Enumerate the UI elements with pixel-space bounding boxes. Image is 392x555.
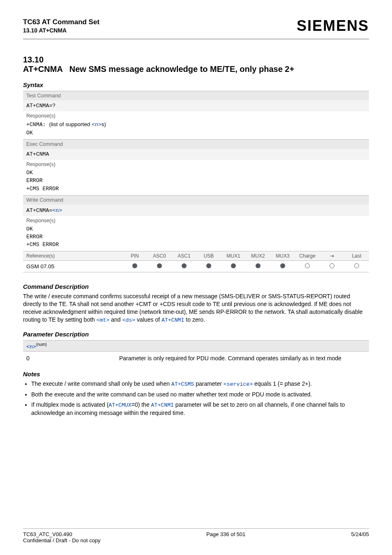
link-mt[interactable]: <mt> xyxy=(97,317,110,323)
link-at-cmux[interactable]: AT+CMUX xyxy=(108,402,131,408)
param-value: 0 xyxy=(23,352,116,365)
test-resp-text-a: (list of supported xyxy=(49,121,92,127)
exec-command-label: Exec Command xyxy=(23,140,369,149)
exec-resp-ok: OK xyxy=(26,170,33,176)
link-at-csms[interactable]: AT+CSMS xyxy=(171,381,194,387)
notes-heading: Notes xyxy=(23,371,369,378)
dot-usb xyxy=(196,261,221,272)
note-1: The execute / write command shall only b… xyxy=(31,380,369,388)
col-asc1: ASC1 xyxy=(172,251,196,261)
cmd-desc-1c: values of xyxy=(135,316,161,323)
link-service[interactable]: <service> xyxy=(224,381,253,387)
cmd-desc-1b: and xyxy=(109,316,122,323)
param-name-n[interactable]: <n> xyxy=(26,343,36,350)
write-command-label: Write Command xyxy=(23,195,369,205)
exec-resp-error: ERROR xyxy=(26,177,43,184)
dot-asc1 xyxy=(172,261,196,272)
exec-resp-cmserror: +CMS ERROR xyxy=(26,186,59,192)
col-mux2: MUX2 xyxy=(246,251,270,261)
command-description-heading: Command Description xyxy=(23,283,369,290)
param-desc: Parameter is only required for PDU mode.… xyxy=(116,352,369,365)
page-header: TC63 AT Command Set 13.10 AT+CNMA SIEMEN… xyxy=(23,17,369,35)
write-cmd-param-n[interactable]: <n> xyxy=(52,207,62,214)
syntax-heading: Syntax xyxy=(23,81,369,88)
note-1c: equals 1 (= phase 2+). xyxy=(253,380,312,387)
footer-left: TC63_ATC_V00.490 Confidential / Draft - … xyxy=(23,531,101,543)
note-3: If multiplex mode is activated (AT+CMUX=… xyxy=(31,401,369,417)
test-resp-text-b: s) xyxy=(101,121,106,127)
col-last: Last xyxy=(344,251,369,261)
references-label: Reference(s) xyxy=(23,251,122,261)
footer-divider xyxy=(23,528,369,529)
col-pin: PIN xyxy=(122,251,147,261)
header-divider xyxy=(23,39,369,39)
dot-last xyxy=(344,261,369,272)
col-arrow-icon: ➝ xyxy=(320,251,344,261)
col-usb: USB xyxy=(196,251,221,261)
col-charge: Charge xyxy=(295,251,320,261)
section-title-text: New SMS message acknowledge to ME/TE, on… xyxy=(69,64,294,74)
footer-doc-id: TC63_ATC_V00.490 xyxy=(23,531,101,537)
write-resp-error: ERROR xyxy=(26,234,43,240)
doc-title-block: TC63 AT Command Set 13.10 AT+CNMA xyxy=(23,18,99,34)
write-resp-cmserror: +CMS ERROR xyxy=(26,242,59,248)
section-number: 13.10 xyxy=(23,55,58,64)
col-mux1: MUX1 xyxy=(221,251,246,261)
param-header: <n>(num) xyxy=(23,340,369,352)
test-command-value: AT+CNMA=? xyxy=(23,100,369,111)
test-responses-label: Response(s) xyxy=(23,111,369,120)
col-asc0: ASC0 xyxy=(147,251,172,261)
param-type: (num) xyxy=(36,342,47,347)
note-1a: The execute / write command shall only b… xyxy=(31,380,171,387)
dot-mux2 xyxy=(246,261,270,272)
dot-pin xyxy=(122,261,147,272)
dot-mux1 xyxy=(221,261,246,272)
test-resp-ok: OK xyxy=(26,130,33,136)
siemens-logo: SIEMENS xyxy=(297,17,369,35)
write-resp-ok: OK xyxy=(26,226,33,232)
dot-charge xyxy=(295,261,320,272)
note-3b: =0) the xyxy=(131,401,151,408)
footer-date: 5/24/05 xyxy=(351,531,369,543)
parameter-table: <n>(num) 0 Parameter is only required fo… xyxy=(23,340,369,365)
test-resp-prefix: +CNMA: xyxy=(26,122,49,128)
test-response-body: +CNMA: (list of supported <n>s) OK xyxy=(23,120,369,140)
section-heading: 13.10 AT+CNMA New SMS message acknowledg… xyxy=(23,55,369,74)
note-3a: If multiplex mode is activated ( xyxy=(31,401,108,408)
page-footer: TC63_ATC_V00.490 Confidential / Draft - … xyxy=(23,525,369,543)
link-at-cnmi-2[interactable]: AT+CNMI xyxy=(151,402,174,408)
write-command-value: AT+CNMA=<n> xyxy=(23,205,369,216)
exec-command-value: AT+CNMA xyxy=(23,149,369,160)
syntax-table: Test Command AT+CNMA=? Response(s) +CNMA… xyxy=(23,91,369,272)
reference-value: GSM 07.05 xyxy=(23,261,122,272)
section-command: AT+CNMA xyxy=(23,64,62,74)
parameter-description-heading: Parameter Description xyxy=(23,331,369,338)
dot-mux3 xyxy=(270,261,295,272)
footer-page-number: Page 336 of 501 xyxy=(206,531,245,543)
doc-subtitle: 13.10 AT+CNMA xyxy=(23,27,99,34)
matrix-data-row: GSM 07.05 xyxy=(23,261,369,272)
col-mux3: MUX3 xyxy=(270,251,295,261)
command-description-text: The write / execute command confirms suc… xyxy=(23,292,369,324)
link-ds[interactable]: <ds> xyxy=(122,317,136,323)
dot-arrow xyxy=(320,261,344,272)
note-1b: parameter xyxy=(194,380,224,387)
dot-asc0 xyxy=(147,261,172,272)
write-responses-label: Response(s) xyxy=(23,216,369,224)
write-cmd-prefix: AT+CNMA= xyxy=(26,207,52,214)
cmd-desc-1d: to zero. xyxy=(184,316,205,323)
note-2: Both the execute and the write command c… xyxy=(31,391,369,398)
exec-responses-label: Response(s) xyxy=(23,160,369,168)
test-command-label: Test Command xyxy=(23,91,369,101)
write-response-body: OK ERROR +CMS ERROR xyxy=(23,224,369,251)
link-at-cnmi[interactable]: AT+CNMI xyxy=(161,317,184,323)
notes-list: The execute / write command shall only b… xyxy=(24,380,369,417)
exec-response-body: OK ERROR +CMS ERROR xyxy=(23,168,369,195)
test-resp-param-n[interactable]: <n> xyxy=(92,122,101,128)
matrix-header-row: Reference(s) PIN ASC0 ASC1 USB MUX1 MUX2… xyxy=(23,251,369,261)
doc-title: TC63 AT Command Set xyxy=(23,18,99,26)
footer-confidential: Confidential / Draft - Do not copy xyxy=(23,537,101,543)
